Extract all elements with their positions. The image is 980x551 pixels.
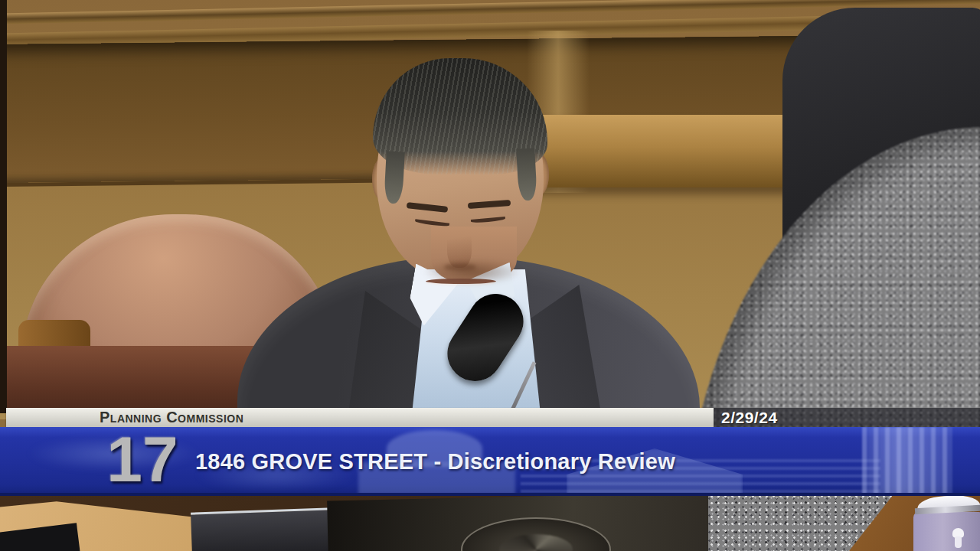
tumbler	[913, 496, 980, 551]
watermark-tower	[862, 427, 952, 496]
date-label: 2/29/24	[721, 408, 778, 427]
tumbler-logo	[952, 528, 965, 551]
tumbler-body	[913, 512, 980, 551]
item-title: 1846 GROVE STREET - Discretionary Review	[195, 448, 675, 475]
chair-base	[0, 346, 256, 412]
laptop-logo-swirl	[499, 534, 573, 551]
video-frame: Planning Commission 2/29/24 17 1846 GROV…	[0, 0, 980, 551]
desk-area	[0, 496, 980, 551]
item-number: 17	[98, 424, 187, 494]
frame-edge-shadow	[0, 0, 7, 413]
tumbler-logo-stem	[955, 536, 962, 548]
neck-shadow	[423, 259, 522, 285]
date-strip: 2/29/24	[714, 408, 980, 427]
